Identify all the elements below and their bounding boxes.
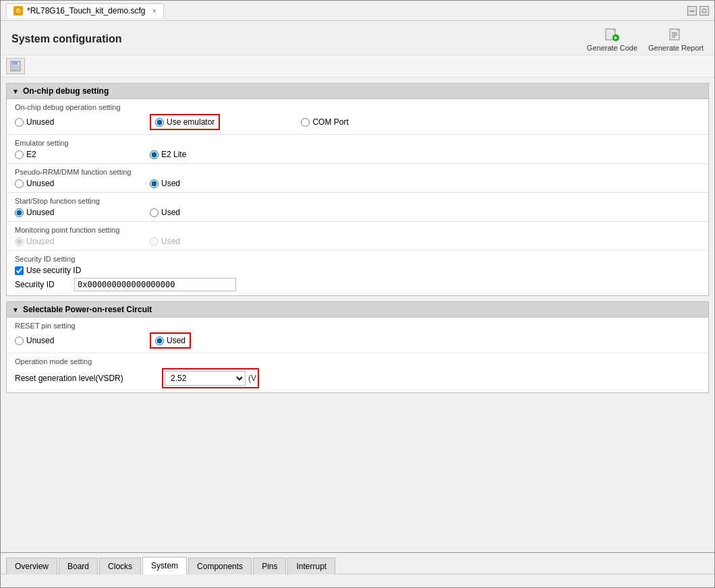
reset-unused-label: Unused xyxy=(26,336,54,345)
debug-op-label: On-chip debug operation setting xyxy=(15,103,700,111)
tab-board[interactable]: Board xyxy=(59,558,98,575)
start-stop-unused-label: Unused xyxy=(26,208,54,217)
com-port-label: COM Port xyxy=(312,117,348,127)
generate-code-button[interactable]: Generate Code xyxy=(587,26,637,52)
debug-section-header: ▼ On-chip debug setting xyxy=(7,84,708,99)
tab-interrupt[interactable]: Interrupt xyxy=(287,558,335,575)
use-security-id-label: Use security ID xyxy=(26,266,81,275)
debug-op-options: Unused Use emulator COM Port xyxy=(15,114,700,130)
reset-gen-select[interactable]: 2.52 3.08 3.51 4.05 xyxy=(165,371,246,386)
minimize-button[interactable]: ─ xyxy=(687,6,697,16)
debug-unused-label: Unused xyxy=(26,117,54,127)
pseudo-rrm-options: Unused Used xyxy=(15,179,700,188)
header-actions: Generate Code Generate Report xyxy=(587,26,704,52)
file-icon: ⚙ xyxy=(13,6,23,16)
status-bar xyxy=(1,574,714,587)
tab-components[interactable]: Components xyxy=(188,558,252,575)
generate-report-icon xyxy=(666,26,685,42)
start-stop-setting-group: Start/Stop function setting Unused Used xyxy=(7,193,708,222)
pseudo-unused-label: Unused xyxy=(26,179,54,188)
tab-close-button[interactable]: × xyxy=(152,7,156,15)
use-security-id-checkbox[interactable] xyxy=(15,266,24,275)
use-security-id-checkbox-group: Use security ID xyxy=(15,266,700,275)
start-stop-used-radio[interactable] xyxy=(150,208,159,217)
com-port-radio[interactable] xyxy=(301,118,310,127)
op-mode-label: Operation mode setting xyxy=(15,357,700,365)
start-stop-unused-radio[interactable] xyxy=(15,208,24,217)
reset-pin-setting-group: RESET pin setting Unused Used xyxy=(7,318,708,353)
debug-unused-radio[interactable] xyxy=(15,118,24,127)
e2-option[interactable]: E2 xyxy=(15,150,150,159)
generate-report-label: Generate Report xyxy=(648,44,704,52)
pseudo-used-label: Used xyxy=(161,179,180,188)
security-id-row: Security ID xyxy=(15,278,700,291)
power-reset-section-header: ▼ Selectable Power-on-reset Circuit xyxy=(7,302,708,318)
pseudo-rrm-label: Pseudo-RRM/DMM function setting xyxy=(15,168,700,176)
header-area: System configuration Generate Code xyxy=(1,21,714,55)
reset-pin-options: Unused Used xyxy=(15,332,700,349)
monitoring-options: Unused Used xyxy=(15,237,700,246)
reset-used-radio[interactable] xyxy=(155,336,164,345)
pseudo-used-option[interactable]: Used xyxy=(150,179,285,188)
svg-rect-11 xyxy=(12,66,19,70)
monitoring-used-option[interactable]: Used xyxy=(150,237,285,246)
monitoring-setting-group: Monitoring point function setting Unused… xyxy=(7,222,708,251)
power-reset-toggle[interactable]: ▼ xyxy=(12,306,19,314)
use-emulator-label: Use emulator xyxy=(167,117,214,127)
e2-lite-radio[interactable] xyxy=(150,150,159,159)
tab-pins[interactable]: Pins xyxy=(253,558,286,575)
generate-code-label: Generate Code xyxy=(587,44,637,52)
security-id-field-label: Security ID xyxy=(15,280,69,289)
start-stop-used-label: Used xyxy=(161,208,180,217)
use-emulator-radio[interactable] xyxy=(155,118,164,127)
tab-system[interactable]: System xyxy=(142,557,187,575)
svg-rect-10 xyxy=(12,61,18,65)
security-id-input[interactable] xyxy=(74,278,236,291)
reset-unused-radio[interactable] xyxy=(15,336,24,345)
op-mode-setting-group: Operation mode setting Reset generation … xyxy=(7,353,708,392)
reset-used-option[interactable]: Used xyxy=(155,336,185,345)
generate-report-button[interactable]: Generate Report xyxy=(648,26,704,52)
generate-code-icon xyxy=(602,26,621,42)
monitoring-used-label: Used xyxy=(161,237,180,246)
monitoring-unused-option[interactable]: Unused xyxy=(15,237,150,246)
page-title: System configuration xyxy=(11,33,122,45)
monitoring-unused-radio xyxy=(15,237,24,246)
svg-rect-4 xyxy=(670,29,679,40)
title-tab: ⚙ *RL78G16_Touch_kit_demo.scfg × xyxy=(6,3,164,18)
power-reset-section-title: Selectable Power-on-reset Circuit xyxy=(23,305,152,314)
monitoring-label: Monitoring point function setting xyxy=(15,226,700,234)
reset-unused-option[interactable]: Unused xyxy=(15,336,150,345)
emulator-label: Emulator setting xyxy=(15,139,700,147)
monitoring-unused-label: Unused xyxy=(26,237,54,246)
e2-lite-option[interactable]: E2 Lite xyxy=(150,150,285,159)
debug-toggle[interactable]: ▼ xyxy=(12,88,19,95)
restore-button[interactable]: □ xyxy=(699,6,709,16)
com-port-option[interactable]: COM Port xyxy=(301,117,436,127)
pseudo-unused-option[interactable]: Unused xyxy=(15,179,150,188)
start-stop-unused-option[interactable]: Unused xyxy=(15,208,150,217)
bottom-tabs: Overview Board Clocks System Components … xyxy=(1,552,714,574)
power-reset-section: ▼ Selectable Power-on-reset Circuit RESE… xyxy=(6,301,709,393)
debug-section: ▼ On-chip debug setting On-chip debug op… xyxy=(6,83,709,296)
reset-gen-unit: (V xyxy=(248,374,256,383)
reset-pin-label: RESET pin setting xyxy=(15,322,700,330)
pseudo-rrm-setting-group: Pseudo-RRM/DMM function setting Unused U… xyxy=(7,164,708,193)
e2-lite-label: E2 Lite xyxy=(161,150,186,159)
debug-section-title: On-chip debug setting xyxy=(23,86,109,96)
reset-used-highlight: Used xyxy=(150,332,191,349)
reset-gen-level-label: Reset generation level(VSDR) xyxy=(15,374,156,383)
e2-radio[interactable] xyxy=(15,150,24,159)
tab-overview[interactable]: Overview xyxy=(6,558,57,575)
tab-clocks[interactable]: Clocks xyxy=(99,558,141,575)
use-emulator-option[interactable]: Use emulator xyxy=(155,117,214,127)
e2-label: E2 xyxy=(26,150,36,159)
save-toolbar-button[interactable] xyxy=(6,58,25,74)
pseudo-unused-radio[interactable] xyxy=(15,179,24,188)
emulator-options: E2 E2 Lite xyxy=(15,150,700,159)
pseudo-used-radio[interactable] xyxy=(150,179,159,188)
start-stop-used-option[interactable]: Used xyxy=(150,208,285,217)
start-stop-options: Unused Used xyxy=(15,208,700,217)
debug-unused-option[interactable]: Unused xyxy=(15,117,150,127)
debug-op-setting-group: On-chip debug operation setting Unused U… xyxy=(7,99,708,135)
